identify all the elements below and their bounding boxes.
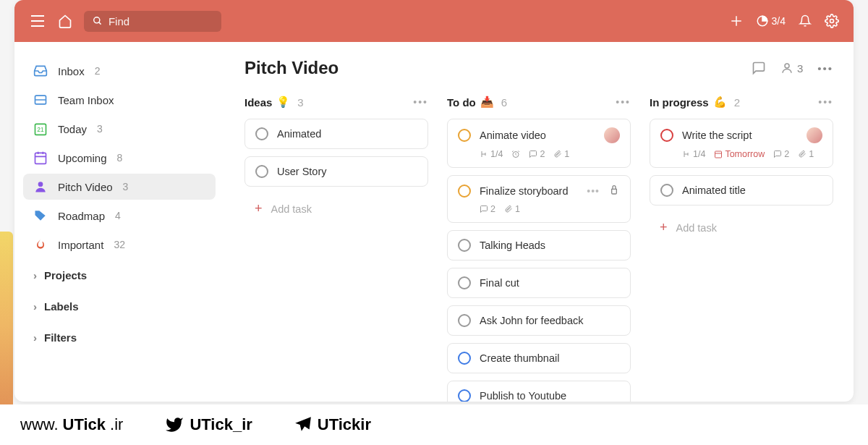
sidebar-item-upcoming[interactable]: Upcoming 8 bbox=[23, 145, 216, 171]
sidebar-item-count: 3 bbox=[97, 123, 103, 135]
attachments-meta: 1 bbox=[553, 149, 569, 159]
comments-button[interactable] bbox=[752, 61, 766, 75]
task-checkbox[interactable] bbox=[458, 276, 471, 289]
task-checkbox[interactable] bbox=[458, 129, 471, 142]
task-card[interactable]: Talking Heads bbox=[447, 230, 631, 260]
cursor-icon bbox=[608, 184, 620, 198]
board-title: Pitch Video bbox=[244, 58, 339, 78]
task-checkbox[interactable] bbox=[458, 389, 471, 402]
task-title: Animated bbox=[277, 128, 417, 140]
flame-icon bbox=[33, 237, 48, 252]
sidebar-item-inbox[interactable]: Inbox 2 bbox=[23, 58, 216, 84]
sidebar-section-labels[interactable]: ›Labels bbox=[23, 293, 216, 320]
task-checkbox[interactable] bbox=[255, 127, 268, 140]
column-in-progress: In progress 💪 2 ••• Write the script 1/4… bbox=[650, 96, 833, 402]
task-card[interactable]: Publish to Youtube bbox=[447, 381, 631, 402]
sidebar-item-label: Roadmap bbox=[58, 210, 105, 222]
sidebar-item-label: Today bbox=[58, 123, 87, 135]
subtask-meta: 1/4 bbox=[480, 149, 503, 159]
assignee-avatar[interactable] bbox=[807, 127, 822, 143]
column-more-button[interactable]: ••• bbox=[818, 96, 833, 108]
section-label: Projects bbox=[44, 269, 87, 281]
chevron-right-icon: › bbox=[33, 269, 37, 281]
task-title: Write the script bbox=[682, 130, 798, 141]
sidebar-section-filters[interactable]: ›Filters bbox=[23, 324, 216, 351]
task-checkbox[interactable] bbox=[255, 165, 268, 178]
task-card[interactable]: Animate video 1/421 bbox=[447, 119, 631, 168]
person-icon bbox=[780, 62, 793, 75]
sidebar-item-roadmap[interactable]: Roadmap 4 bbox=[23, 203, 216, 229]
task-title: Create thumbnail bbox=[480, 352, 620, 364]
sidebar-item-label: Inbox bbox=[58, 65, 85, 77]
sidebar-item-label: Pitch Video bbox=[58, 181, 113, 193]
footer-banner: www.UTick.ir UTick_ir UTickir bbox=[0, 404, 868, 445]
comments-meta: 2 bbox=[773, 149, 789, 159]
task-checkbox[interactable] bbox=[660, 184, 673, 197]
task-card[interactable]: Animated bbox=[244, 119, 428, 149]
svg-point-8 bbox=[830, 20, 834, 23]
footer-telegram-text: UTickir bbox=[318, 415, 371, 434]
team-inbox-icon bbox=[33, 93, 48, 107]
add-task-label: Add task bbox=[676, 222, 717, 234]
task-card[interactable]: Final cut bbox=[447, 268, 631, 298]
column-ideas: Ideas 💡 3 ••• Animated User Story + Add … bbox=[244, 96, 428, 402]
upcoming-icon bbox=[33, 151, 48, 165]
task-card[interactable]: Ask John for feedback bbox=[447, 305, 631, 336]
svg-point-17 bbox=[38, 182, 43, 187]
board-more-button[interactable]: ••• bbox=[817, 62, 833, 75]
chevron-right-icon: › bbox=[33, 300, 37, 313]
notifications-icon[interactable] bbox=[799, 14, 812, 28]
task-title: Talking Heads bbox=[480, 240, 620, 251]
task-checkbox[interactable] bbox=[660, 129, 673, 142]
task-checkbox[interactable] bbox=[458, 185, 471, 198]
card-more-icon[interactable]: ••• bbox=[587, 185, 600, 197]
svg-line-4 bbox=[99, 22, 101, 25]
column-to-do: To do 📥 6 ••• Animate video 1/421 Finali… bbox=[447, 96, 631, 402]
settings-icon[interactable] bbox=[825, 14, 839, 28]
tag-icon bbox=[33, 208, 48, 223]
sidebar-item-pitch-video[interactable]: Pitch Video 3 bbox=[23, 174, 216, 200]
task-card[interactable]: Finalize storyboard ••• 21 bbox=[447, 175, 631, 223]
add-task-button[interactable]: + Add task bbox=[244, 194, 428, 224]
task-card[interactable]: User Story bbox=[244, 156, 428, 187]
sidebar-item-today[interactable]: 21 Today 3 bbox=[23, 116, 216, 142]
column-title: Ideas bbox=[244, 96, 272, 109]
task-checkbox[interactable] bbox=[458, 352, 471, 365]
menu-icon[interactable] bbox=[29, 12, 46, 30]
search-input[interactable] bbox=[109, 15, 213, 27]
sidebar-item-count: 4 bbox=[115, 210, 121, 221]
svg-rect-13 bbox=[35, 153, 46, 164]
add-button[interactable] bbox=[730, 14, 743, 27]
progress-text: 3/4 bbox=[772, 15, 786, 27]
section-label: Labels bbox=[44, 300, 79, 313]
task-card[interactable]: Create thumbnail bbox=[447, 343, 631, 373]
chevron-right-icon: › bbox=[33, 331, 37, 344]
sidebar-item-important[interactable]: Important 32 bbox=[23, 232, 216, 258]
column-more-button[interactable]: ••• bbox=[616, 96, 631, 108]
members-button[interactable]: 3 bbox=[780, 62, 803, 75]
home-icon[interactable] bbox=[56, 12, 74, 30]
add-task-label: Add task bbox=[271, 203, 312, 215]
sidebar-item-count: 3 bbox=[123, 181, 129, 192]
task-checkbox[interactable] bbox=[458, 314, 471, 327]
plus-icon: + bbox=[255, 201, 263, 216]
column-more-button[interactable]: ••• bbox=[413, 96, 428, 108]
task-checkbox[interactable] bbox=[458, 239, 471, 252]
sidebar-item-count: 2 bbox=[95, 65, 101, 77]
column-count: 2 bbox=[734, 96, 740, 109]
sidebar-section-projects[interactable]: ›Projects bbox=[23, 262, 216, 289]
search-box[interactable] bbox=[84, 11, 221, 32]
assignee-avatar[interactable] bbox=[604, 127, 620, 143]
comment-icon bbox=[752, 61, 766, 75]
attachments-meta: 1 bbox=[798, 149, 814, 159]
progress-indicator[interactable]: 3/4 bbox=[756, 14, 786, 27]
add-task-button[interactable]: + Add task bbox=[650, 213, 833, 242]
footer-site-pre: www. bbox=[20, 415, 59, 434]
sidebar-item-team-inbox[interactable]: Team Inbox bbox=[23, 87, 216, 113]
column-count: 6 bbox=[501, 96, 507, 109]
progress-icon bbox=[756, 14, 769, 27]
task-card[interactable]: Animated title bbox=[650, 175, 833, 205]
sidebar-item-count: 32 bbox=[114, 239, 125, 250]
task-card[interactable]: Write the script 1/4Tomorrow21 bbox=[650, 119, 833, 168]
subtask-meta: 1/4 bbox=[682, 149, 705, 159]
